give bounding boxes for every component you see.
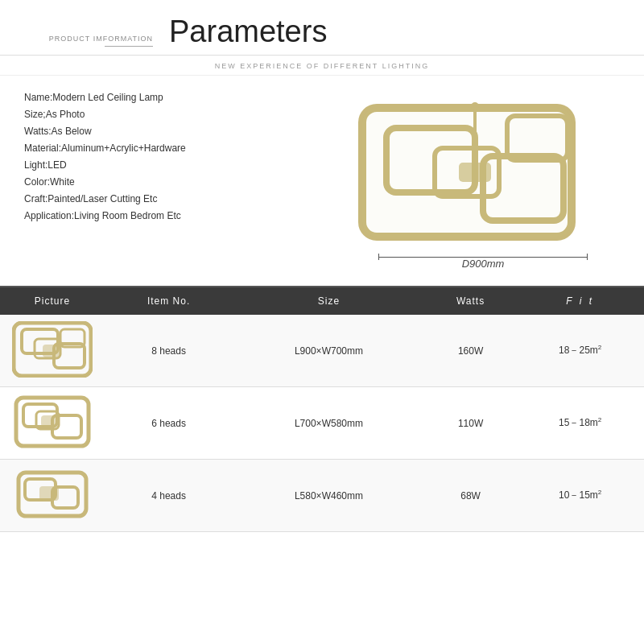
page: PRODUCT IMFORMATION Parameters NEW EXPER…	[0, 0, 644, 644]
dim-line-left	[378, 257, 588, 258]
lamp-illustration	[354, 92, 612, 253]
col-picture: Picture	[0, 287, 105, 315]
table-section: Picture Item No. Size Watts F i t 8 head…	[0, 286, 644, 532]
svg-rect-8	[362, 108, 572, 237]
svg-rect-14	[43, 345, 60, 357]
dimension-container: D900mm	[378, 253, 588, 270]
table-cell-watts: 110W	[425, 387, 517, 460]
info-color: Color:White	[24, 176, 330, 188]
table-cell-size: L580×W460mm	[233, 460, 425, 532]
table-cell-picture	[0, 315, 105, 387]
table-row: 8 headsL900×W700mm160W18－25m2	[0, 315, 644, 387]
col-fit: F i t	[516, 287, 644, 315]
info-material: Material:Aluminum+Acrylic+Hardware	[24, 142, 330, 154]
info-name: Name:Modern Led Ceiling Lamp	[24, 92, 330, 103]
page-title: Parameters	[169, 16, 327, 47]
table-cell-item-no: 8 heads	[105, 315, 233, 387]
info-light: Light:LED	[24, 159, 330, 171]
table-cell-picture	[0, 387, 105, 460]
table-row: 6 headsL700×W580mm110W15－18m2	[0, 387, 644, 460]
svg-rect-23	[39, 486, 59, 501]
product-info-label: PRODUCT IMFORMATION	[49, 35, 153, 43]
table-cell-size: L900×W700mm	[233, 315, 425, 387]
table-row: 4 headsL580×W460mm68W10－15m2	[0, 460, 644, 532]
header: PRODUCT IMFORMATION Parameters	[0, 0, 644, 56]
header-divider	[105, 46, 153, 47]
table-cell-picture	[0, 460, 105, 532]
table-cell-fit: 18－25m2	[516, 315, 644, 387]
table-cell-item-no: 4 heads	[105, 460, 233, 532]
info-section: Name:Modern Led Ceiling Lamp Size;As Pho…	[0, 76, 644, 278]
table-cell-fit: 10－15m2	[516, 460, 644, 532]
info-list: Name:Modern Led Ceiling Lamp Size;As Pho…	[24, 92, 330, 270]
col-size: Size	[233, 287, 425, 315]
info-craft: Craft:Painted/Laser Cutting Etc	[24, 193, 330, 204]
col-watts: Watts	[425, 287, 517, 315]
svg-rect-19	[41, 415, 57, 427]
table-cell-item-no: 6 heads	[105, 387, 233, 460]
table-cell-watts: 68W	[425, 460, 517, 532]
col-item-no: Item No.	[105, 287, 233, 315]
info-size: Size;As Photo	[24, 109, 330, 120]
product-table: Picture Item No. Size Watts F i t 8 head…	[0, 287, 644, 532]
table-cell-size: L700×W580mm	[233, 387, 425, 460]
table-cell-fit: 15－18m2	[516, 387, 644, 460]
dimension-label: D900mm	[462, 258, 505, 270]
table-header-row: Picture Item No. Size Watts F i t	[0, 287, 644, 315]
header-left: PRODUCT IMFORMATION	[24, 35, 153, 47]
product-image-container: D900mm	[346, 92, 620, 270]
subtitle: NEW EXPERIENCE OF DIFFERENT LIGHTING	[0, 56, 644, 76]
info-application: Application:Living Room Bedrom Etc	[24, 210, 330, 221]
info-watts: Watts:As Below	[24, 126, 330, 137]
table-cell-watts: 160W	[425, 315, 517, 387]
dimension-line	[378, 257, 588, 258]
